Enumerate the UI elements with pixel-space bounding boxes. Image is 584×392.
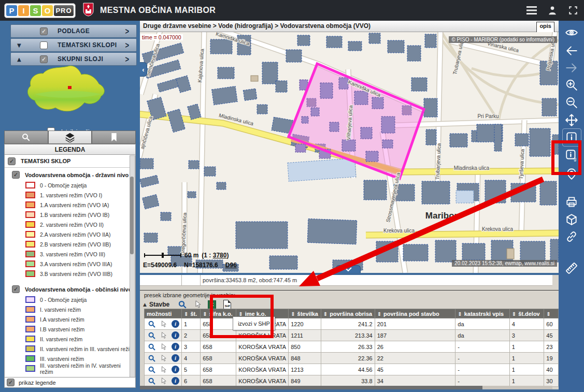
show-legend-checkbox[interactable]: ✓ — [7, 379, 15, 386]
menu-icon[interactable] — [526, 5, 537, 16]
tab-search[interactable] — [4, 130, 48, 144]
row-info-icon[interactable]: i — [172, 320, 179, 328]
horizontal-scrollbar[interactable] — [140, 386, 552, 389]
tab-bookmarks[interactable] — [92, 130, 136, 144]
fullscreen-icon[interactable] — [567, 5, 579, 16]
row-select-icon[interactable] — [161, 343, 167, 351]
3d-view-icon[interactable] — [564, 212, 578, 226]
info-geometry-icon[interactable]: g — [564, 148, 578, 162]
podlage-checkbox[interactable]: ✓ — [40, 27, 48, 35]
export-shp-icon[interactable]: SHP — [223, 300, 231, 309]
col-katastrski-vpis[interactable]: ⇕katastrski vpis — [455, 309, 509, 318]
scrollbar-thumb[interactable] — [140, 386, 482, 389]
municipality-overview-map[interactable] — [23, 64, 116, 122]
collapse-group-icon[interactable]: ▲ — [143, 302, 147, 307]
table-row[interactable]: i 4658KOROŠKA VRATA84822.3622-119 — [145, 353, 559, 364]
logo-letter: S — [30, 5, 41, 16]
table-row[interactable]: i 1658KOROŠKA VRATA1220241.2201da460 — [145, 318, 559, 330]
opis-button[interactable]: opis — [536, 22, 554, 33]
row-select-icon[interactable] — [161, 378, 167, 385]
forward-arrow-icon[interactable] — [564, 61, 578, 75]
zoom-to-results-icon[interactable] — [178, 300, 187, 309]
map-canvas[interactable]: Kajuhova ulica Sernčeva ulica ajnčičeva … — [140, 32, 559, 273]
breadcrumb: Druge državne vsebine > Vode (hidrografi… — [143, 22, 371, 30]
row-zoom-icon[interactable] — [148, 354, 156, 362]
legend-list: ✓ TEMATSKI SKLOP ✓ Vodovarstvena območja… — [4, 155, 136, 377]
group-checkbox[interactable]: ✓ — [12, 285, 20, 293]
map-breadcrumb-bar: Druge državne vsebine > Vode (hidrografi… — [140, 21, 559, 32]
legend-scrollbar[interactable] — [130, 155, 135, 378]
accordion-label: SKUPNI SLOJI — [58, 55, 103, 63]
table-row[interactable]: i 6658KOROŠKA VRATA84933.834-130 — [145, 375, 559, 387]
sort-icon: ⇕ — [458, 311, 462, 317]
col-clipped[interactable]: ⇕ — [544, 309, 559, 318]
skupni-checkbox[interactable]: ✓ — [40, 55, 48, 63]
col-povrsina-obrisa[interactable]: ⇕površina obrisa — [321, 309, 375, 318]
col-st-delov[interactable]: ⇕št.delov — [509, 309, 544, 318]
col-povrsina-pod-stavbo[interactable]: ⇕površina pod stavbo — [375, 309, 455, 318]
col-stevilka[interactable]: ⇕številka — [289, 309, 321, 318]
link-icon[interactable] — [564, 229, 578, 243]
print-icon[interactable] — [564, 195, 578, 209]
tab-layers[interactable] — [48, 130, 92, 144]
tematski-checkbox[interactable] — [40, 41, 48, 49]
legend-item: I. varstveni režim — [5, 304, 135, 314]
row-info-icon[interactable]: i — [172, 331, 179, 339]
row-info-icon[interactable]: i — [172, 366, 179, 373]
chevron-right-icon: > — [125, 54, 129, 64]
accordion-tematski-sklopi[interactable]: ▼ TEMATSKI SKLOPI > — [10, 38, 137, 52]
scale-ratio-link[interactable]: 3780 — [213, 252, 227, 259]
table-row[interactable]: i 2658KOROŠKA VRATA1211213.34187da345 — [145, 330, 559, 341]
row-select-icon[interactable] — [161, 355, 167, 362]
export-excel-icon[interactable]: X — [208, 300, 216, 309]
scale-bar: 60 m (1 : 3780) — [144, 252, 229, 259]
accordion-podlage[interactable]: ✓ PODLAGE > — [10, 24, 137, 38]
row-select-icon[interactable] — [161, 366, 167, 373]
row-zoom-icon[interactable] — [148, 320, 156, 328]
collapse-sidebar-button[interactable]: ‹ — [140, 62, 147, 77]
svg-text:Mladinska ulica: Mladinska ulica — [454, 165, 490, 171]
piso-logo[interactable]: P I S O PRO — [4, 3, 76, 18]
legend-item: I.A varstveni režim — [5, 314, 135, 324]
col-moznosti[interactable]: možnosti — [145, 309, 182, 318]
datum-link[interactable]: D96 — [225, 262, 237, 269]
legend-swatch — [25, 365, 35, 372]
pan-icon[interactable] — [564, 113, 578, 127]
measure-icon[interactable] — [564, 261, 578, 275]
scrollbar-thumb[interactable] — [130, 177, 134, 254]
table-row[interactable]: i 5658KOROŠKA VRATA121344.5645-140 — [145, 364, 559, 375]
legend-item: 0 - Območje zajetja — [5, 295, 135, 304]
zoom-in-icon[interactable] — [564, 78, 578, 92]
row-info-icon[interactable]: i — [172, 377, 179, 385]
tematski-sklop-checkbox[interactable]: ✓ — [8, 157, 16, 165]
back-arrow-icon[interactable] — [564, 43, 578, 57]
collapse-panel-button[interactable] — [336, 265, 361, 273]
row-select-icon[interactable] — [161, 332, 167, 339]
row-zoom-icon[interactable] — [148, 343, 156, 351]
legend-item: 2.B varstveni režim (VVO IIB) — [5, 239, 135, 249]
zoom-out-icon[interactable] — [564, 95, 578, 109]
row-zoom-icon[interactable] — [148, 331, 156, 340]
results-table: možnosti ⇕št. ⇕šifra k.o. ⇕ime k.o. ⇕šte… — [144, 309, 559, 387]
row-info-icon[interactable]: i — [172, 354, 179, 362]
cursor-coordinates: E=549009.6 N=158176.6 D96 — [143, 262, 237, 269]
row-zoom-icon[interactable] — [148, 377, 156, 385]
legend-swatch — [25, 231, 35, 238]
legend-swatch — [25, 306, 35, 313]
expander-icon[interactable]: ▲ — [17, 56, 21, 62]
expander-icon[interactable]: ▼ — [17, 42, 21, 48]
row-zoom-icon[interactable] — [148, 366, 156, 374]
legend-swatch — [25, 251, 35, 257]
eye-icon[interactable] — [564, 25, 578, 39]
group-checkbox[interactable]: ✓ — [12, 171, 20, 179]
table-header-row: možnosti ⇕št. ⇕šifra k.o. ⇕ime k.o. ⇕šte… — [145, 309, 559, 318]
location-pin-icon[interactable] — [564, 167, 578, 181]
user-icon[interactable] — [547, 5, 558, 16]
select-results-icon[interactable] — [194, 300, 202, 309]
col-st[interactable]: ⇕št. — [182, 309, 201, 318]
row-info-icon[interactable]: i — [172, 343, 179, 351]
table-row[interactable]: i 3658KOROŠKA VRATA85026.3326-123 — [145, 341, 559, 353]
col-sifra-ko[interactable]: ⇕šifra k.o. — [201, 309, 236, 318]
row-select-icon[interactable] — [161, 321, 167, 328]
info-icon[interactable] — [564, 130, 578, 144]
